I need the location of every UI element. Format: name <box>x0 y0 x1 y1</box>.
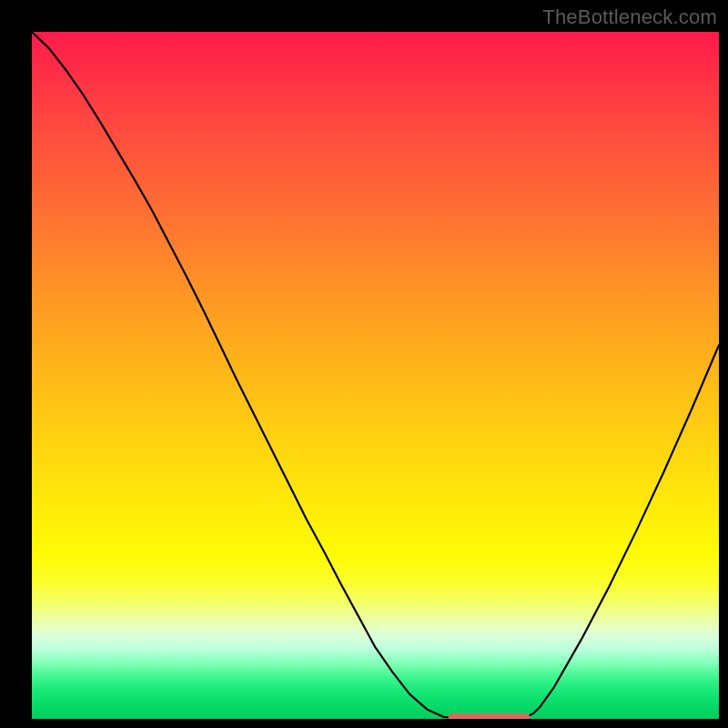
plot-area <box>32 32 719 719</box>
bottleneck-curve <box>32 32 719 718</box>
chart-svg <box>32 32 719 719</box>
watermark-text: TheBottleneck.com <box>542 5 717 29</box>
chart-frame: TheBottleneck.com <box>0 0 728 728</box>
